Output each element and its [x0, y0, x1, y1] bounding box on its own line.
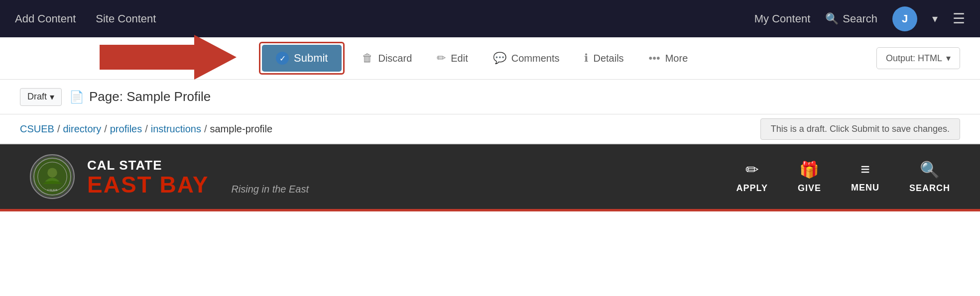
more-label: More	[665, 53, 688, 64]
breadcrumb-sep-4: /	[204, 123, 207, 135]
submit-label: Submit	[294, 52, 328, 65]
site-search-label: SEARCH	[909, 183, 950, 194]
site-nav: ✏ APPLY 🎁 GIVE ≡ MENU 🔍 SEARCH	[736, 160, 950, 194]
page-file-icon: 📄	[69, 90, 84, 104]
output-label: Output: HTML	[886, 53, 942, 64]
discard-icon: 🗑	[362, 52, 373, 65]
site-header: CSUEB CAL STATE EAST BAY Rising in the E…	[0, 144, 980, 209]
breadcrumb-bar: CSUEB / directory / profiles / instructi…	[0, 114, 980, 144]
give-label: GIVE	[798, 183, 821, 194]
search-label: Search	[843, 12, 877, 25]
nav-apply[interactable]: ✏ APPLY	[736, 160, 768, 194]
logo-area: CSUEB CAL STATE EAST BAY Rising in the E…	[30, 154, 309, 199]
cal-state-text: CAL STATE	[87, 158, 209, 173]
breadcrumb-sample-profile: sample-profile	[210, 123, 273, 135]
breadcrumb-csueb[interactable]: CSUEB	[20, 123, 54, 135]
more-icon: •••	[649, 52, 660, 65]
search-link[interactable]: 🔍 Search	[825, 12, 877, 25]
toolbar: ✓ Submit 🗑 Discard ✏ Edit 💬 Comments ℹ D…	[0, 37, 980, 80]
arrow-annotation	[100, 32, 239, 84]
nav-give[interactable]: 🎁 GIVE	[798, 160, 821, 194]
discard-button[interactable]: 🗑 Discard	[355, 47, 419, 70]
site-search-icon: 🔍	[920, 160, 940, 179]
draft-badge[interactable]: Draft ▾	[20, 88, 62, 106]
admin-bar-left: Add Content Site Content	[15, 12, 754, 25]
give-icon: 🎁	[799, 160, 819, 179]
breadcrumb-sep-3: /	[145, 123, 148, 135]
draft-chevron-icon: ▾	[50, 92, 54, 102]
breadcrumb: CSUEB / directory / profiles / instructi…	[20, 123, 272, 135]
breadcrumb-instructions[interactable]: instructions	[151, 123, 201, 135]
draft-label: Draft	[27, 92, 47, 102]
add-content-link[interactable]: Add Content	[15, 12, 76, 25]
user-avatar[interactable]: J	[892, 6, 917, 31]
submit-check-icon: ✓	[276, 52, 289, 65]
comments-label: Comments	[511, 53, 560, 64]
comments-button[interactable]: 💬 Comments	[486, 47, 567, 70]
output-dropdown[interactable]: Output: HTML ▾	[876, 47, 960, 69]
logo-text: CAL STATE EAST BAY	[87, 158, 209, 196]
tagline-text: Rising in the East	[231, 184, 309, 199]
page-title: 📄 Page: Sample Profile	[69, 89, 211, 104]
page-title-bar: Draft ▾ 📄 Page: Sample Profile	[0, 80, 980, 114]
discard-label: Discard	[378, 53, 412, 64]
details-icon: ℹ	[584, 52, 588, 65]
svg-point-4	[47, 168, 57, 178]
details-button[interactable]: ℹ Details	[577, 47, 631, 70]
details-label: Details	[593, 53, 623, 64]
draft-notice: This is a draft. Click Submit to save ch…	[760, 118, 960, 140]
output-chevron-icon: ▾	[946, 53, 951, 64]
page-title-text: Page: Sample Profile	[89, 89, 211, 104]
my-content-link[interactable]: My Content	[754, 12, 811, 25]
comments-icon: 💬	[493, 52, 506, 65]
svg-text:CSUEB: CSUEB	[47, 189, 57, 192]
breadcrumb-sep-1: /	[57, 123, 60, 135]
east-bay-text: EAST BAY	[87, 173, 209, 196]
edit-icon: ✏	[437, 52, 446, 65]
breadcrumb-profiles[interactable]: profiles	[110, 123, 142, 135]
breadcrumb-directory[interactable]: directory	[63, 123, 101, 135]
admin-bar-right: My Content 🔍 Search J ▾ ☰	[754, 6, 965, 31]
edit-button[interactable]: ✏ Edit	[429, 47, 475, 70]
apply-label: APPLY	[736, 183, 768, 194]
submit-button-wrapper: ✓ Submit	[259, 42, 345, 75]
seal-inner: CSUEB	[32, 157, 72, 197]
apply-icon: ✏	[745, 160, 759, 179]
menu-label: MENU	[851, 183, 879, 193]
avatar-dropdown[interactable]: ▾	[932, 12, 938, 25]
nav-menu[interactable]: ≡ MENU	[851, 160, 879, 193]
search-icon: 🔍	[825, 12, 839, 25]
more-button[interactable]: ••• More	[641, 47, 696, 70]
submit-button[interactable]: ✓ Submit	[262, 45, 342, 72]
nav-search[interactable]: 🔍 SEARCH	[909, 160, 950, 194]
menu-icon: ≡	[860, 160, 870, 179]
site-content-link[interactable]: Site Content	[96, 12, 156, 25]
university-seal: CSUEB	[30, 154, 75, 199]
bottom-red-line	[0, 209, 980, 211]
admin-bar: Add Content Site Content My Content 🔍 Se…	[0, 0, 980, 37]
hamburger-menu[interactable]: ☰	[953, 10, 965, 27]
svg-marker-1	[100, 35, 237, 80]
edit-label: Edit	[451, 53, 468, 64]
breadcrumb-sep-2: /	[104, 123, 107, 135]
